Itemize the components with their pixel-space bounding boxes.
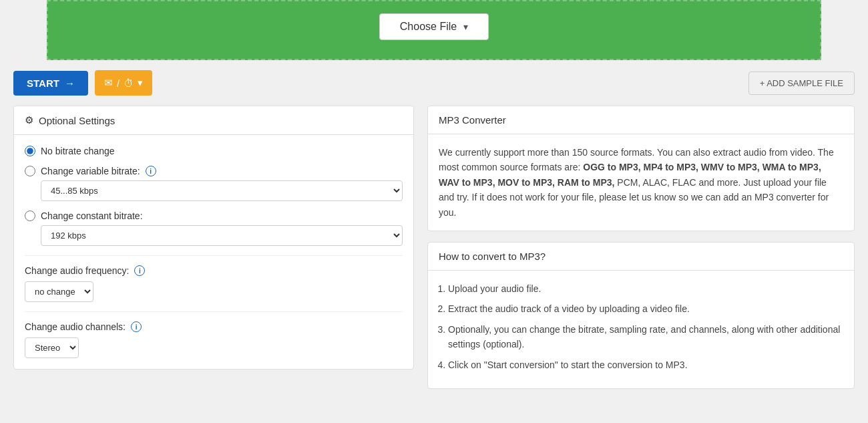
toolbar-right: + ADD SAMPLE FILE	[748, 72, 855, 95]
arrow-icon: →	[65, 78, 75, 89]
how-to-list: Upload your audio file. Extract the audi…	[428, 271, 854, 388]
how-to-title: How to convert to MP3?	[439, 251, 546, 262]
no-bitrate-text: No bitrate change	[41, 146, 115, 156]
envelope-icon: ✉	[104, 77, 113, 89]
dropdown-icon: ▾	[138, 77, 143, 89]
variable-bitrate-select[interactable]: 45...85 kbps 65...85 kbps 85...110 kbps …	[41, 180, 403, 201]
variable-bitrate-info-icon[interactable]: i	[146, 166, 156, 176]
variable-bitrate-radio[interactable]	[25, 166, 35, 176]
variable-bitrate-option: Change variable bitrate: i 45...85 kbps …	[25, 166, 403, 201]
constant-bitrate-radio[interactable]	[25, 210, 35, 221]
frequency-label-text: Change audio frequency:	[25, 265, 129, 276]
settings-title: Optional Settings	[39, 115, 115, 126]
how-to-card: How to convert to MP3? Upload your audio…	[427, 242, 855, 389]
how-to-step-2: Extract the audio track of a video by up…	[448, 301, 843, 316]
constant-bitrate-select[interactable]: 64 kbps 128 kbps 192 kbps 256 kbps 320 k…	[41, 225, 403, 246]
start-label: START	[27, 78, 59, 89]
right-panel: MP3 Converter We currently support more …	[427, 106, 855, 389]
add-sample-label: + ADD SAMPLE FILE	[760, 78, 843, 88]
no-bitrate-option: No bitrate change	[25, 146, 403, 156]
channels-label-row: Change audio channels: i	[25, 321, 403, 332]
main-content: ⚙ Optional Settings No bitrate change Ch…	[0, 106, 868, 402]
add-sample-file-button[interactable]: + ADD SAMPLE FILE	[748, 72, 855, 95]
start-button[interactable]: START →	[13, 71, 88, 96]
variable-bitrate-text: Change variable bitrate:	[41, 166, 140, 176]
settings-header: ⚙ Optional Settings	[14, 106, 413, 135]
variable-bitrate-label[interactable]: Change variable bitrate: i	[25, 166, 403, 176]
chevron-down-icon: ▾	[463, 21, 468, 32]
settings-panel: ⚙ Optional Settings No bitrate change Ch…	[13, 106, 414, 370]
channels-label-text: Change audio channels:	[25, 321, 126, 332]
mp3-info-title: MP3 Converter	[439, 114, 506, 126]
mp3-info-body: We currently support more than 150 sourc…	[428, 134, 854, 231]
how-to-step-4: Click on "Start conversion" to start the…	[448, 358, 843, 372]
choose-file-label: Choose File	[400, 21, 457, 33]
channels-section: Change audio channels: i Stereo Mono	[25, 321, 403, 358]
how-to-header: How to convert to MP3?	[428, 243, 854, 271]
how-to-step-3: Optionally, you can change the bitrate, …	[448, 322, 843, 352]
mp3-info-card: MP3 Converter We currently support more …	[427, 106, 855, 231]
no-bitrate-radio[interactable]	[25, 146, 35, 156]
frequency-label-row: Change audio frequency: i	[25, 265, 403, 276]
toolbar: START → ✉ / ⏱ ▾ + ADD SAMPLE FILE	[0, 60, 868, 106]
toolbar-left: START → ✉ / ⏱ ▾	[13, 70, 152, 96]
constant-bitrate-label[interactable]: Change constant bitrate:	[25, 210, 403, 221]
separator: /	[117, 78, 120, 89]
email-options-button[interactable]: ✉ / ⏱ ▾	[95, 70, 152, 96]
frequency-section: Change audio frequency: i no change 8000…	[25, 265, 403, 302]
divider-1	[25, 255, 403, 256]
constant-bitrate-text: Change constant bitrate:	[41, 210, 143, 221]
settings-body: No bitrate change Change variable bitrat…	[14, 135, 413, 369]
bitrate-options: No bitrate change Change variable bitrat…	[25, 146, 403, 246]
clock-icon: ⏱	[124, 78, 134, 89]
no-bitrate-label[interactable]: No bitrate change	[25, 146, 403, 156]
constant-bitrate-option: Change constant bitrate: 64 kbps 128 kbp…	[25, 210, 403, 246]
channels-info-icon[interactable]: i	[131, 321, 142, 332]
choose-file-button[interactable]: Choose File ▾	[379, 13, 489, 40]
how-to-step-1: Upload your audio file.	[448, 281, 843, 296]
mp3-info-header: MP3 Converter	[428, 106, 854, 134]
frequency-info-icon[interactable]: i	[134, 265, 145, 276]
gear-icon: ⚙	[25, 114, 33, 126]
channels-select[interactable]: Stereo Mono	[25, 337, 79, 358]
divider-2	[25, 311, 403, 312]
file-drop-zone[interactable]: Choose File ▾	[47, 0, 821, 60]
frequency-select[interactable]: no change 8000 Hz 11025 Hz 22050 Hz 4410…	[25, 281, 93, 302]
